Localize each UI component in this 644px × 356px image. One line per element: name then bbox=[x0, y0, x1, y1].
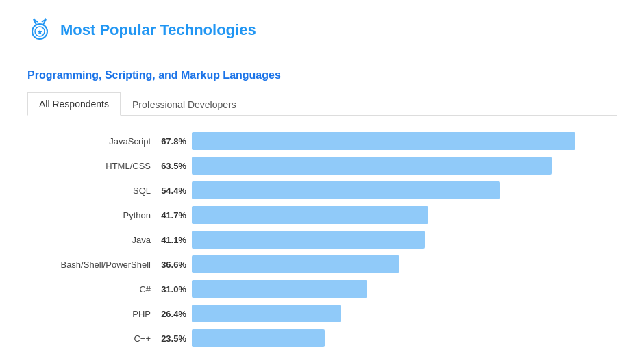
bar-label: Java bbox=[27, 235, 151, 245]
bar-percentage: 26.4% bbox=[156, 309, 186, 319]
bar-row: SQL54.4% bbox=[27, 181, 617, 199]
bar-label: PHP bbox=[27, 309, 151, 319]
bar-fill bbox=[192, 181, 500, 199]
medal-icon: ★ bbox=[27, 16, 52, 44]
bar-percentage: 36.6% bbox=[156, 259, 186, 270]
bar-row: JavaScript67.8% bbox=[27, 132, 617, 150]
bar-label: JavaScript bbox=[27, 136, 151, 147]
bar-track bbox=[192, 305, 617, 322]
tab-all-respondents[interactable]: All Respondents bbox=[27, 92, 121, 116]
bar-label: HTML/CSS bbox=[27, 161, 151, 171]
bar-row: C#31.0% bbox=[27, 280, 617, 298]
section-title: Programming, Scripting, and Markup Langu… bbox=[27, 69, 617, 81]
bar-fill bbox=[192, 305, 341, 322]
page-title: Most Popular Technologies bbox=[60, 21, 256, 39]
bar-row: Java41.1% bbox=[27, 231, 617, 249]
bar-percentage: 67.8% bbox=[156, 136, 186, 147]
bar-track bbox=[192, 255, 617, 273]
tab-bar: All Respondents Professional Developers bbox=[27, 92, 617, 116]
bar-track bbox=[192, 231, 617, 249]
bar-row: HTML/CSS63.5% bbox=[27, 157, 617, 175]
bar-track bbox=[192, 206, 617, 224]
bar-fill bbox=[192, 329, 325, 347]
bar-label: Bash/Shell/PowerShell bbox=[27, 259, 151, 270]
page-header: ★ Most Popular Technologies bbox=[27, 16, 617, 44]
bar-fill bbox=[192, 280, 367, 298]
bar-row: C++23.5% bbox=[27, 329, 617, 347]
bar-percentage: 41.1% bbox=[156, 235, 186, 245]
tab-professional-developers[interactable]: Professional Developers bbox=[121, 92, 248, 116]
bar-row: Bash/Shell/PowerShell36.6% bbox=[27, 255, 617, 273]
bar-label: SQL bbox=[27, 186, 151, 196]
bar-track bbox=[192, 132, 617, 150]
bar-row: PHP26.4% bbox=[27, 305, 617, 322]
bar-row: Python41.7% bbox=[27, 206, 617, 224]
bar-fill bbox=[192, 255, 399, 273]
bar-track bbox=[192, 157, 617, 175]
bar-fill bbox=[192, 206, 428, 224]
bar-track bbox=[192, 329, 617, 347]
bar-percentage: 54.4% bbox=[156, 186, 186, 196]
bar-label: C# bbox=[27, 284, 151, 294]
bar-track bbox=[192, 181, 617, 199]
bar-fill bbox=[192, 132, 575, 150]
bar-percentage: 23.5% bbox=[156, 333, 186, 344]
bar-label: C++ bbox=[27, 333, 151, 344]
bar-percentage: 41.7% bbox=[156, 210, 186, 220]
bar-track bbox=[192, 280, 617, 298]
bar-fill bbox=[192, 231, 425, 249]
bar-percentage: 63.5% bbox=[156, 161, 186, 171]
svg-text:★: ★ bbox=[37, 29, 43, 36]
header-divider bbox=[27, 55, 617, 55]
bar-label: Python bbox=[27, 210, 151, 220]
bar-fill bbox=[192, 157, 552, 175]
bar-chart: JavaScript67.8%HTML/CSS63.5%SQL54.4%Pyth… bbox=[27, 132, 617, 347]
bar-percentage: 31.0% bbox=[156, 284, 186, 294]
